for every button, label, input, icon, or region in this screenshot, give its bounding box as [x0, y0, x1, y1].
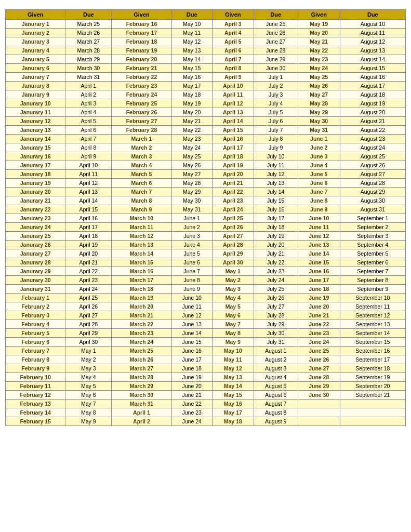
table-cell: April 14 [65, 196, 112, 205]
table-row: Janurary 4March 28February 19May 13April… [6, 46, 406, 55]
table-cell: July 20 [254, 241, 298, 249]
table-cell: June 5 [298, 170, 340, 179]
table-cell: June 6 [171, 258, 212, 267]
table-cell: July 5 [254, 108, 298, 117]
table-row: Janurary 5March 29February 20May 14April… [6, 55, 406, 64]
table-cell: February 8 [6, 355, 65, 364]
table-row: Janurary 27April 20March 14June 5April 2… [6, 249, 406, 258]
table-cell: April 28 [65, 320, 112, 329]
table-cell: April 24 [212, 205, 254, 214]
table-row: Janurary 15April 8March 2May 24April 17J… [6, 143, 406, 152]
table-cell: June 27 [254, 37, 298, 46]
table-cell: May 8 [65, 408, 112, 417]
table-cell: September 20 [340, 382, 405, 391]
table-cell: June 1 [171, 214, 212, 223]
table-cell: April 28 [212, 241, 254, 249]
table-cell: August 29 [340, 188, 405, 196]
table-cell: May 6 [65, 391, 112, 400]
table-cell: May 13 [171, 46, 212, 55]
table-cell: April 30 [65, 338, 112, 347]
table-cell: August 30 [340, 196, 405, 205]
table-cell: March 4 [112, 161, 171, 170]
table-cell: August 2 [254, 355, 298, 364]
table-row: February 9May 3March 27June 18May 12Augu… [6, 364, 406, 373]
table-cell: May 12 [212, 364, 254, 373]
table-cell: March 15 [112, 258, 171, 267]
table-cell: May 24 [171, 143, 212, 152]
table-cell: July 8 [254, 135, 298, 143]
table-cell: September 9 [340, 285, 405, 294]
table-cell: February 24 [112, 90, 171, 99]
table-cell: July 29 [254, 320, 298, 329]
table-cell: June 25 [298, 347, 340, 355]
table-cell: May 8 [212, 329, 254, 338]
table-cell: May 20 [298, 29, 340, 37]
table-row: Janurary 6March 30February 21May 15April… [6, 64, 406, 73]
table-cell: June 29 [298, 382, 340, 391]
table-cell: May 26 [298, 82, 340, 90]
table-cell: July 3 [254, 90, 298, 99]
table-cell: February 3 [6, 311, 65, 320]
table-cell: May 29 [171, 188, 212, 196]
table-cell [298, 408, 340, 417]
table-cell: March 31 [65, 73, 112, 82]
table-row: Janurary 16April 9March 3May 25April 18J… [6, 152, 406, 161]
table-cell: June 20 [171, 382, 212, 391]
table-cell: Janurary 6 [6, 64, 65, 73]
table-cell: May 31 [298, 126, 340, 135]
table-cell: August 13 [340, 46, 405, 55]
table-cell: June 28 [298, 373, 340, 382]
table-cell: June 30 [254, 64, 298, 73]
table-cell: April 3 [65, 99, 112, 108]
table-cell: February 5 [6, 329, 65, 338]
table-cell: April 26 [65, 302, 112, 311]
table-cell: April 3 [212, 20, 254, 29]
table-cell: July 11 [254, 161, 298, 170]
table-cell: June 2 [171, 223, 212, 232]
table-cell: April 18 [65, 232, 112, 241]
table-cell: August 17 [340, 82, 405, 90]
table-row: February 3April 27March 21June 12May 6Ju… [6, 311, 406, 320]
table-cell: May 30 [298, 117, 340, 126]
table-row: February 12May 6March 30June 21May 15Aug… [6, 391, 406, 400]
table-cell: March 26 [112, 355, 171, 364]
table-cell: April 25 [65, 294, 112, 302]
table-cell: September 2 [340, 223, 405, 232]
table-cell: August 24 [340, 143, 405, 152]
table-row: February 11May 5March 29June 20May 14Aug… [6, 382, 406, 391]
table-cell: May 27 [298, 90, 340, 99]
table-cell: June 5 [171, 249, 212, 258]
table-cell: April 20 [65, 249, 112, 258]
table-cell: May 7 [212, 320, 254, 329]
table-row: February 4April 28March 22June 13May 7Ju… [6, 320, 406, 329]
table-cell: September 14 [340, 329, 405, 338]
table-cell: September 21 [340, 391, 405, 400]
table-cell: September 11 [340, 302, 405, 311]
table-cell: Janurary 31 [6, 285, 65, 294]
table-cell: Janurary 19 [6, 179, 65, 188]
column-header: Given [112, 10, 171, 20]
table-cell: March 29 [65, 55, 112, 64]
table-cell: June 3 [298, 152, 340, 161]
table-cell: April 7 [212, 55, 254, 64]
table-cell: June 12 [171, 311, 212, 320]
table-cell: May 10 [212, 347, 254, 355]
table-cell: July 4 [254, 99, 298, 108]
table-cell: March 18 [112, 285, 171, 294]
table-row: February 2April 26March 20June 11May 5Ju… [6, 302, 406, 311]
table-cell: June 19 [298, 294, 340, 302]
table-row: February 8May 2March 26June 17May 11Augu… [6, 355, 406, 364]
table-cell: Janurary 20 [6, 188, 65, 196]
table-cell: February 10 [6, 373, 65, 382]
table-cell: May 22 [171, 126, 212, 135]
table-cell: August 8 [254, 408, 298, 417]
table-cell: June 26 [298, 355, 340, 364]
table-cell: May 22 [298, 46, 340, 55]
table-cell: July 24 [254, 276, 298, 285]
table-cell: May 9 [65, 417, 112, 426]
table-cell: February 12 [6, 391, 65, 400]
table-cell: July 7 [254, 126, 298, 135]
table-cell: Janurary 5 [6, 55, 65, 64]
table-cell: June 21 [298, 311, 340, 320]
table-cell: June 13 [171, 320, 212, 329]
